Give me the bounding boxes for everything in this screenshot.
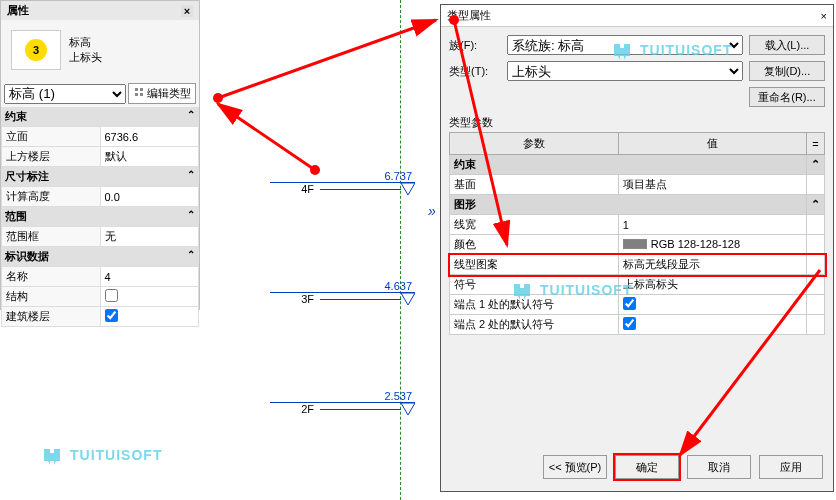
level-marker-icon bbox=[401, 183, 415, 195]
param-row[interactable]: 颜色RGB 128-128-128 bbox=[450, 235, 825, 255]
color-swatch bbox=[623, 239, 647, 249]
dialog-title: 类型属性 bbox=[447, 8, 491, 23]
apply-button[interactable]: 应用 bbox=[759, 455, 823, 479]
watermark: TUITUISOFT bbox=[510, 280, 632, 300]
collapse-icon: ⌃ bbox=[187, 249, 195, 264]
param-row[interactable]: 端点 1 处的默认符号 bbox=[450, 295, 825, 315]
properties-header: 属性 × bbox=[1, 1, 199, 20]
edit-type-label: 编辑类型 bbox=[147, 86, 191, 101]
level-value: 4.637 bbox=[270, 280, 415, 292]
cancel-button[interactable]: 取消 bbox=[687, 455, 751, 479]
collapse-icon: ⌃ bbox=[187, 209, 195, 224]
ok-button[interactable]: 确定 bbox=[615, 455, 679, 479]
property-row[interactable]: 名称4 bbox=[2, 267, 199, 287]
level-line[interactable]: 4.637 3F bbox=[270, 280, 415, 305]
dialog-body: 族(F): 系统族: 标高 载入(L)... 类型(T): 上标头 复制(D).… bbox=[441, 27, 833, 487]
dialog-buttons: << 预览(P) 确定 取消 应用 bbox=[441, 455, 833, 479]
property-row[interactable]: 计算高度0.0 bbox=[2, 187, 199, 207]
type-label: 类型(T): bbox=[449, 64, 501, 79]
level-value: 6.737 bbox=[270, 170, 415, 182]
elephant-icon bbox=[510, 280, 536, 300]
property-row[interactable]: 结构 bbox=[2, 287, 199, 307]
type-params-label: 类型参数 bbox=[449, 115, 825, 130]
elephant-icon bbox=[610, 40, 636, 60]
badge-number: 3 bbox=[25, 39, 47, 61]
properties-table: 范围框无 bbox=[1, 226, 199, 247]
preview-button[interactable]: << 预览(P) bbox=[543, 455, 607, 479]
continuation-marker: » bbox=[428, 203, 436, 219]
property-checkbox[interactable] bbox=[105, 289, 118, 302]
preview-label-1: 标高 bbox=[69, 35, 102, 50]
property-row[interactable]: 范围框无 bbox=[2, 227, 199, 247]
col-eq[interactable]: = bbox=[807, 133, 825, 155]
properties-table: 名称4结构建筑楼层 bbox=[1, 266, 199, 327]
type-selector-row: 标高 (1) 编辑类型 bbox=[1, 80, 199, 107]
param-row[interactable]: 约束⌃ bbox=[450, 155, 825, 175]
properties-table: 计算高度0.0 bbox=[1, 186, 199, 207]
group-header[interactable]: 范围⌃ bbox=[1, 207, 199, 226]
copy-button[interactable]: 复制(D)... bbox=[749, 61, 825, 81]
level-marker-icon bbox=[401, 293, 415, 305]
level-line[interactable]: 6.737 4F bbox=[270, 170, 415, 195]
param-row[interactable]: 线宽1 bbox=[450, 215, 825, 235]
load-button[interactable]: 载入(L)... bbox=[749, 35, 825, 55]
properties-preview: 3 标高 上标头 bbox=[1, 20, 199, 80]
rename-button[interactable]: 重命名(R)... bbox=[749, 87, 825, 107]
type-properties-dialog: 类型属性 × 族(F): 系统族: 标高 载入(L)... 类型(T): 上标头… bbox=[440, 4, 834, 492]
preview-label-2: 上标头 bbox=[69, 50, 102, 65]
properties-title: 属性 bbox=[7, 3, 29, 18]
level-extent-line bbox=[400, 0, 401, 500]
level-value: 2.537 bbox=[270, 390, 415, 402]
level-line[interactable]: 2.537 2F bbox=[270, 390, 415, 415]
type-select[interactable]: 上标头 bbox=[507, 61, 743, 81]
group-header[interactable]: 尺寸标注⌃ bbox=[1, 167, 199, 186]
param-row[interactable]: 图形⌃ bbox=[450, 195, 825, 215]
group-header[interactable]: 约束⌃ bbox=[1, 107, 199, 126]
grid-icon bbox=[133, 88, 145, 100]
param-row[interactable]: 端点 2 处的默认符号 bbox=[450, 315, 825, 335]
property-row[interactable]: 上方楼层默认 bbox=[2, 147, 199, 167]
col-value[interactable]: 值 bbox=[618, 133, 806, 155]
dialog-title-bar[interactable]: 类型属性 × bbox=[441, 5, 833, 27]
close-icon[interactable]: × bbox=[181, 5, 193, 17]
edit-type-button[interactable]: 编辑类型 bbox=[128, 83, 196, 104]
param-row[interactable]: 线型图案标高无线段显示 bbox=[450, 255, 825, 275]
property-row[interactable]: 立面6736.6 bbox=[2, 127, 199, 147]
group-header[interactable]: 标识数据⌃ bbox=[1, 247, 199, 266]
property-checkbox[interactable] bbox=[105, 309, 118, 322]
family-label: 族(F): bbox=[449, 38, 501, 53]
close-icon[interactable]: × bbox=[821, 10, 827, 22]
preview-labels: 标高 上标头 bbox=[69, 35, 102, 65]
properties-table: 立面6736.6上方楼层默认 bbox=[1, 126, 199, 167]
type-params-table: 参数 值 = 约束⌃基面项目基点图形⌃线宽1颜色RGB 128-128-128线… bbox=[449, 132, 825, 335]
collapse-icon: ⌃ bbox=[187, 109, 195, 124]
level-name: 4F bbox=[270, 183, 320, 195]
collapse-icon: ⌃ bbox=[187, 169, 195, 184]
watermark: TUITUISOFT bbox=[40, 445, 162, 465]
param-row[interactable]: 符号上标高标头 bbox=[450, 275, 825, 295]
level-name: 3F bbox=[270, 293, 320, 305]
type-selector[interactable]: 标高 (1) bbox=[4, 84, 126, 104]
param-row[interactable]: 基面项目基点 bbox=[450, 175, 825, 195]
watermark: TUITUISOFT bbox=[610, 40, 732, 60]
level-marker-icon bbox=[401, 403, 415, 415]
param-checkbox[interactable] bbox=[623, 317, 636, 330]
col-param[interactable]: 参数 bbox=[450, 133, 619, 155]
properties-panel: 属性 × 3 标高 上标头 标高 (1) 编辑类型 约束⌃立面6736.6上方楼… bbox=[0, 0, 200, 310]
preview-badge-box: 3 bbox=[11, 30, 61, 70]
level-name: 2F bbox=[270, 403, 320, 415]
property-row[interactable]: 建筑楼层 bbox=[2, 307, 199, 327]
elephant-icon bbox=[40, 445, 66, 465]
